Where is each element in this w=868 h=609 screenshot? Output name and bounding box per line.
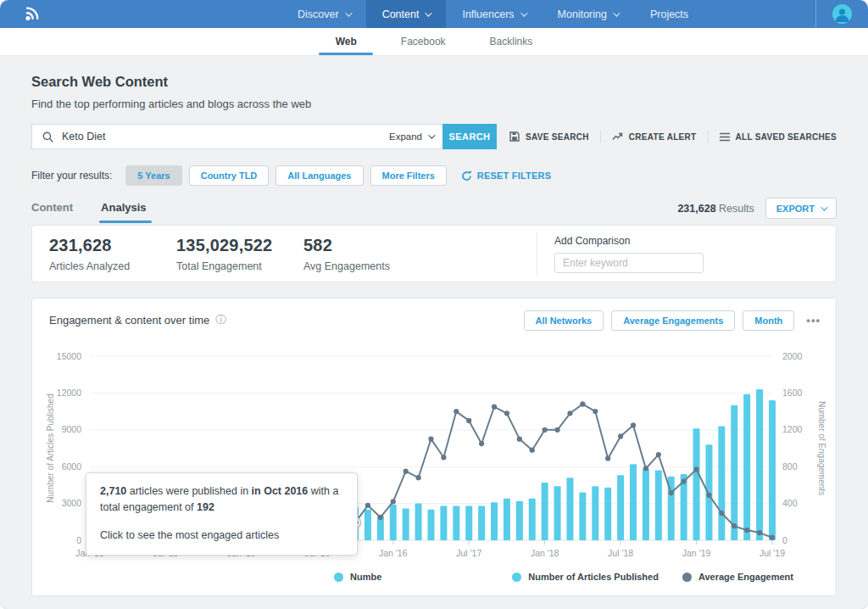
networks-filter-button[interactable]: All Networks bbox=[524, 310, 604, 331]
filter-pill-more-filters[interactable]: More Filters bbox=[370, 165, 447, 186]
chevron-down-icon bbox=[426, 9, 432, 16]
expand-toggle[interactable]: Expand bbox=[389, 131, 433, 142]
filter-label: Filter your results: bbox=[31, 170, 112, 182]
search-query-text: Keto Diet bbox=[62, 131, 105, 142]
save-search-button[interactable]: SAVE SEARCH bbox=[509, 131, 589, 142]
svg-text:Jan '19: Jan '19 bbox=[682, 548, 711, 558]
logo[interactable] bbox=[20, 3, 42, 25]
stat-total-engagement: 135,029,522 Total Engagement bbox=[176, 236, 303, 272]
chart-tooltip[interactable]: 2,710 articles were published in in Oct … bbox=[86, 472, 358, 556]
results-bar: Content Analysis 231,628 Results EXPORT bbox=[31, 198, 837, 223]
svg-text:1200: 1200 bbox=[782, 424, 803, 434]
legend-dot bbox=[512, 573, 521, 582]
legend-dot bbox=[334, 573, 343, 582]
legend-label: Numbe bbox=[350, 572, 381, 582]
app-window: Discover Content Influencers Monitoring … bbox=[0, 0, 868, 609]
svg-text:6000: 6000 bbox=[62, 461, 82, 472]
stat-label: Articles Analyzed bbox=[49, 260, 176, 272]
chevron-down-icon bbox=[613, 9, 620, 16]
top-navbar: Discover Content Influencers Monitoring … bbox=[0, 0, 868, 28]
filter-pill-languages[interactable]: All Languages bbox=[275, 165, 363, 186]
save-icon bbox=[509, 131, 520, 142]
svg-text:1600: 1600 bbox=[782, 388, 803, 398]
metric-filter-button[interactable]: Average Engagements bbox=[611, 310, 735, 331]
reset-label: RESET FILTERS bbox=[477, 170, 551, 181]
nav-item-monitoring[interactable]: Monitoring bbox=[542, 0, 634, 28]
chart-legend: Number of Articles Published Average Eng… bbox=[512, 572, 793, 582]
comparison-keyword-input[interactable] bbox=[554, 253, 704, 273]
export-button[interactable]: EXPORT bbox=[765, 198, 837, 219]
tab-content[interactable]: Content bbox=[31, 201, 73, 223]
tooltip-text: 2,710 articles were published in in Oct … bbox=[100, 483, 343, 516]
stat-label: Avg Engagements bbox=[303, 260, 431, 272]
results-count-suffix: Results bbox=[719, 203, 754, 215]
svg-text:3000: 3000 bbox=[62, 498, 82, 508]
legend-label: Average Engagement bbox=[698, 572, 793, 582]
chevron-down-icon bbox=[821, 204, 827, 210]
create-alert-button[interactable]: CREATE ALERT bbox=[612, 131, 697, 142]
svg-text:Jul '19: Jul '19 bbox=[760, 548, 785, 558]
more-options-icon[interactable]: ••• bbox=[806, 314, 821, 327]
chart-legend-row: Numbe Number of Articles Published Avera… bbox=[32, 568, 836, 592]
tooltip-engagement-value: 192 bbox=[197, 501, 214, 513]
legend-item-engagement: Average Engagement bbox=[682, 572, 793, 582]
interval-filter-button[interactable]: Month bbox=[743, 310, 794, 331]
tab-analysis[interactable]: Analysis bbox=[101, 201, 146, 223]
divider bbox=[600, 131, 601, 142]
right-axis-title: Number of Engagements bbox=[817, 401, 826, 495]
nav-item-projects[interactable]: Projects bbox=[634, 0, 704, 28]
logo-icon bbox=[21, 4, 42, 25]
tab-label: Web bbox=[336, 36, 357, 47]
list-icon bbox=[720, 132, 730, 142]
page-content: Search Web Content Find the top performi… bbox=[0, 74, 868, 596]
svg-text:0: 0 bbox=[782, 535, 787, 545]
legend-item-articles: Number of Articles Published bbox=[512, 572, 659, 582]
svg-text:Jul '18: Jul '18 bbox=[608, 548, 633, 558]
svg-text:Jul '17: Jul '17 bbox=[456, 548, 481, 558]
user-icon bbox=[832, 4, 852, 24]
export-label: EXPORT bbox=[776, 204, 815, 214]
svg-text:12000: 12000 bbox=[57, 388, 81, 398]
search-input[interactable]: Keto Diet Expand bbox=[31, 124, 442, 149]
legend-label: Number of Articles Published bbox=[528, 572, 659, 582]
chart-controls: All Networks Average Engagements Month •… bbox=[524, 310, 824, 331]
stat-articles-analyzed: 231,628 Articles Analyzed bbox=[49, 236, 176, 272]
trending-up-icon bbox=[612, 131, 623, 142]
svg-text:400: 400 bbox=[782, 498, 798, 508]
results-count: 231,628 Results bbox=[677, 203, 754, 215]
channel-tabs: Web Facebook Backlinks bbox=[0, 28, 868, 56]
tab-web[interactable]: Web bbox=[314, 28, 379, 55]
avatar[interactable] bbox=[832, 4, 852, 24]
add-comparison-label: Add Comparison bbox=[554, 235, 704, 247]
svg-text:800: 800 bbox=[782, 461, 798, 472]
svg-text:2000: 2000 bbox=[782, 351, 803, 361]
page-subtitle: Find the top performing articles and blo… bbox=[31, 98, 837, 110]
tab-facebook[interactable]: Facebook bbox=[379, 28, 468, 55]
filter-row: Filter your results: 5 Years Country TLD… bbox=[31, 165, 837, 186]
results-count-value: 231,628 bbox=[677, 203, 715, 215]
results-right: 231,628 Results EXPORT bbox=[677, 198, 837, 223]
chart-title: Engagement & content over time bbox=[49, 314, 209, 327]
nav-label: Content bbox=[382, 8, 420, 20]
navbar-right bbox=[815, 0, 868, 28]
tooltip-text-fragment: articles were published in bbox=[126, 485, 251, 497]
legend-dot bbox=[682, 573, 692, 582]
svg-text:Jan '16: Jan '16 bbox=[379, 548, 408, 558]
nav-label: Projects bbox=[650, 8, 688, 20]
search-row: Keto Diet Expand SEARCH SAVE SEARCH bbox=[31, 124, 837, 149]
nav-item-content[interactable]: Content bbox=[366, 0, 447, 28]
stat-value: 582 bbox=[303, 236, 431, 255]
tooltip-date: in Oct 2016 bbox=[252, 485, 309, 497]
svg-text:Jan '18: Jan '18 bbox=[531, 548, 559, 558]
all-saved-searches-button[interactable]: ALL SAVED SEARCHES bbox=[720, 132, 837, 142]
nav-item-influencers[interactable]: Influencers bbox=[446, 0, 541, 28]
filter-pill-country-tld[interactable]: Country TLD bbox=[189, 165, 270, 186]
tab-backlinks[interactable]: Backlinks bbox=[468, 28, 555, 55]
info-icon[interactable]: ⓘ bbox=[215, 313, 226, 327]
search-button[interactable]: SEARCH bbox=[442, 124, 497, 149]
search-icon bbox=[42, 131, 53, 142]
filter-pill-date-range[interactable]: 5 Years bbox=[125, 165, 181, 186]
reset-filters-button[interactable]: RESET FILTERS bbox=[461, 170, 551, 182]
nav-item-discover[interactable]: Discover bbox=[281, 0, 366, 28]
navbar-divider bbox=[815, 0, 816, 28]
